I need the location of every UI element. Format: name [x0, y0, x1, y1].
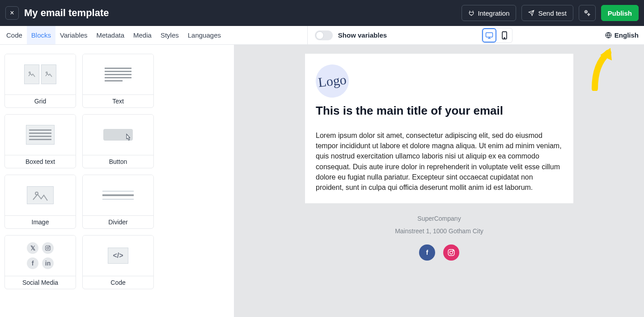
svg-point-11	[49, 246, 50, 247]
mobile-view-button[interactable]	[498, 29, 511, 42]
footer-facebook-icon[interactable]: f	[419, 244, 435, 261]
publish-button[interactable]: Publish	[601, 5, 639, 21]
block-palette: Grid Text Boxed text Button	[0, 45, 234, 317]
desktop-icon	[485, 32, 493, 39]
toggle-knob	[316, 31, 324, 39]
tab-styles[interactable]: Styles	[156, 26, 183, 44]
send-test-button[interactable]: Send test	[521, 5, 573, 21]
grid-icon	[24, 64, 56, 84]
boxed-text-icon	[26, 125, 55, 145]
divider-icon	[102, 188, 134, 202]
block-button[interactable]: Button	[82, 114, 154, 168]
footer-instagram-icon[interactable]	[443, 244, 459, 261]
mobile-icon	[502, 31, 507, 39]
show-variables-label: Show variables	[338, 31, 387, 39]
tab-code[interactable]: Code	[2, 26, 27, 44]
integration-button[interactable]: Integration	[462, 5, 517, 21]
viewport-switch	[481, 28, 513, 43]
linkedin-icon: in	[42, 257, 54, 269]
svg-point-6	[29, 72, 30, 73]
tab-media[interactable]: Media	[129, 26, 156, 44]
email-title: This is the main title of your email	[316, 104, 563, 118]
desktop-view-button[interactable]	[483, 29, 496, 42]
email-footer: SuperCompany Mainstreet 1, 1000 Gotham C…	[305, 215, 573, 261]
paper-plane-icon	[528, 10, 534, 16]
gears-icon	[584, 9, 591, 17]
svg-rect-2	[486, 33, 492, 37]
svg-point-0	[585, 11, 587, 13]
block-label: Divider	[83, 215, 153, 228]
block-image[interactable]: Image	[4, 175, 76, 229]
cursor-icon	[124, 133, 132, 142]
tab-variables[interactable]: Variables	[55, 26, 92, 44]
block-social[interactable]: 𝕏 f in Social Media	[4, 235, 76, 289]
send-test-label: Send test	[538, 9, 566, 17]
instagram-icon	[42, 242, 54, 254]
svg-point-10	[47, 247, 49, 249]
svg-point-14	[453, 250, 454, 251]
block-label: Boxed text	[5, 155, 76, 168]
block-label: Image	[5, 215, 76, 228]
show-variables-toggle[interactable]	[315, 30, 333, 40]
integration-label: Integration	[478, 9, 510, 17]
text-lines-icon	[105, 66, 131, 83]
email-body: Lorem ipsum dolor sit amet, consectetur …	[316, 130, 563, 193]
preview-canvas: Logo This is the main title of your emai…	[234, 45, 644, 317]
editor-tabs: Code Blocks Variables Metadata Media Sty…	[0, 26, 225, 44]
page-title: My email template	[24, 7, 109, 19]
tab-metadata[interactable]: Metadata	[92, 26, 129, 44]
block-label: Button	[83, 155, 153, 168]
code-icon: </>	[108, 248, 128, 264]
language-label: English	[614, 31, 639, 39]
block-divider[interactable]: Divider	[82, 175, 154, 229]
secondary-bar: Code Blocks Variables Metadata Media Sty…	[0, 26, 644, 45]
footer-address: Mainstreet 1, 1000 Gotham City	[305, 227, 573, 235]
highlight-arrow	[586, 46, 617, 91]
svg-point-1	[588, 14, 589, 15]
block-text[interactable]: Text	[82, 54, 154, 108]
footer-company: SuperCompany	[305, 215, 573, 222]
social-icon-group: 𝕏 f in	[25, 242, 55, 269]
tab-languages[interactable]: Languages	[183, 26, 225, 44]
svg-point-7	[46, 72, 47, 73]
close-button[interactable]: ×	[5, 6, 19, 20]
tab-blocks[interactable]: Blocks	[27, 26, 55, 44]
logo-placeholder: Logo	[314, 63, 350, 99]
svg-point-13	[450, 251, 453, 254]
show-variables-control: Show variables	[307, 26, 394, 44]
block-grid[interactable]: Grid	[4, 54, 76, 108]
facebook-icon: f	[27, 257, 38, 269]
block-label: Code	[83, 276, 153, 289]
globe-icon	[605, 32, 612, 39]
email-card[interactable]: Logo This is the main title of your emai…	[305, 54, 573, 203]
x-icon: 𝕏	[27, 242, 38, 254]
button-icon	[103, 129, 133, 141]
publish-label: Publish	[608, 9, 632, 17]
plug-icon	[468, 10, 475, 16]
block-boxed-text[interactable]: Boxed text	[4, 114, 76, 168]
top-bar: × My email template Integration Send tes…	[0, 0, 644, 26]
block-label: Text	[83, 94, 153, 107]
close-icon: ×	[10, 9, 14, 17]
block-label: Social Media	[5, 276, 76, 289]
block-label: Grid	[5, 94, 76, 107]
settings-button[interactable]	[579, 5, 596, 21]
svg-point-4	[504, 37, 505, 38]
image-icon	[27, 186, 54, 204]
block-code[interactable]: </> Code	[82, 235, 154, 289]
language-selector[interactable]: English	[605, 31, 639, 39]
